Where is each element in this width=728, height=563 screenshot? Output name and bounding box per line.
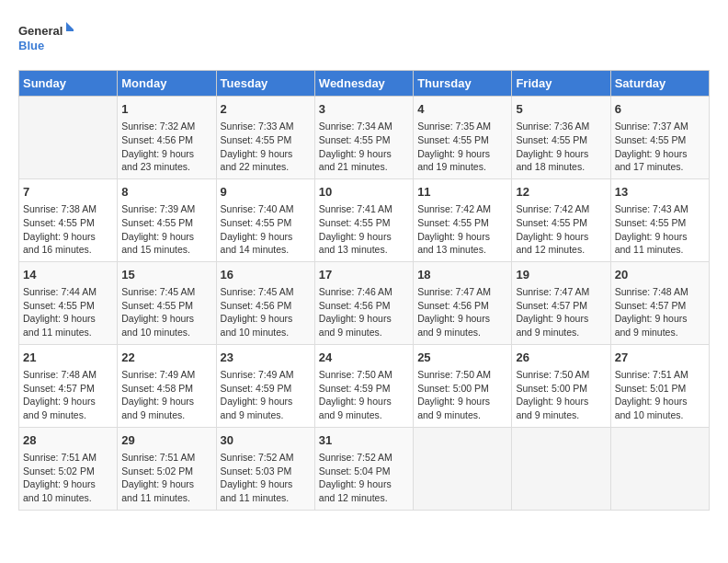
weekday-header-wednesday: Wednesday (314, 71, 413, 97)
calendar-cell: 29Sunrise: 7:51 AMSunset: 5:02 PMDayligh… (118, 427, 216, 510)
calendar-cell: 30Sunrise: 7:52 AMSunset: 5:03 PMDayligh… (216, 427, 314, 510)
calendar-cell: 24Sunrise: 7:50 AMSunset: 4:59 PMDayligh… (314, 344, 413, 427)
calendar-cell: 18Sunrise: 7:47 AMSunset: 4:56 PMDayligh… (414, 261, 512, 344)
day-number: 5 (516, 101, 606, 118)
calendar-cell: 16Sunrise: 7:45 AMSunset: 4:56 PMDayligh… (216, 261, 314, 344)
calendar-cell: 4Sunrise: 7:35 AMSunset: 4:55 PMDaylight… (414, 97, 512, 179)
day-info: Sunrise: 7:52 AMSunset: 5:04 PMDaylight:… (319, 452, 392, 503)
day-info: Sunrise: 7:38 AMSunset: 4:55 PMDaylight:… (23, 203, 97, 255)
calendar-cell: 7Sunrise: 7:38 AMSunset: 4:55 PMDaylight… (19, 178, 118, 261)
calendar-week-row: 7Sunrise: 7:38 AMSunset: 4:55 PMDaylight… (19, 178, 710, 261)
day-info: Sunrise: 7:42 AMSunset: 4:55 PMDaylight:… (417, 203, 491, 255)
calendar-cell (19, 97, 118, 179)
day-info: Sunrise: 7:37 AMSunset: 4:55 PMDaylight:… (615, 121, 688, 172)
day-number: 14 (23, 267, 113, 283)
day-info: Sunrise: 7:46 AMSunset: 4:56 PMDaylight:… (319, 286, 392, 338)
day-number: 6 (615, 101, 705, 118)
calendar-cell: 20Sunrise: 7:48 AMSunset: 4:57 PMDayligh… (610, 261, 709, 344)
day-info: Sunrise: 7:40 AMSunset: 4:55 PMDaylight:… (221, 203, 294, 255)
day-info: Sunrise: 7:35 AMSunset: 4:55 PMDaylight:… (417, 121, 491, 172)
page-header: General Blue (18, 18, 710, 55)
day-number: 22 (121, 350, 211, 366)
calendar-cell: 8Sunrise: 7:39 AMSunset: 4:55 PMDaylight… (118, 178, 216, 261)
calendar-cell: 10Sunrise: 7:41 AMSunset: 4:55 PMDayligh… (314, 178, 413, 261)
day-info: Sunrise: 7:50 AMSunset: 5:00 PMDaylight:… (417, 369, 491, 420)
calendar-cell (414, 427, 512, 510)
day-info: Sunrise: 7:49 AMSunset: 4:58 PMDaylight:… (121, 369, 195, 420)
day-number: 11 (417, 184, 507, 201)
calendar-cell: 23Sunrise: 7:49 AMSunset: 4:59 PMDayligh… (216, 344, 314, 427)
calendar-cell: 6Sunrise: 7:37 AMSunset: 4:55 PMDaylight… (610, 97, 709, 179)
day-number: 3 (319, 101, 409, 118)
day-number: 24 (319, 350, 409, 366)
weekday-header-tuesday: Tuesday (216, 71, 314, 97)
logo: General Blue (18, 18, 74, 55)
day-info: Sunrise: 7:34 AMSunset: 4:55 PMDaylight:… (319, 121, 392, 172)
logo-svg: General Blue (18, 18, 74, 55)
day-info: Sunrise: 7:50 AMSunset: 5:00 PMDaylight:… (516, 369, 589, 420)
day-info: Sunrise: 7:52 AMSunset: 5:03 PMDaylight:… (221, 452, 294, 503)
day-number: 7 (23, 184, 113, 201)
day-number: 8 (121, 184, 211, 201)
calendar-cell: 25Sunrise: 7:50 AMSunset: 5:00 PMDayligh… (414, 344, 512, 427)
day-number: 27 (615, 350, 705, 366)
day-number: 20 (615, 267, 705, 283)
day-info: Sunrise: 7:50 AMSunset: 4:59 PMDaylight:… (319, 369, 392, 420)
day-info: Sunrise: 7:44 AMSunset: 4:55 PMDaylight:… (23, 286, 97, 338)
day-info: Sunrise: 7:51 AMSunset: 5:02 PMDaylight:… (121, 452, 195, 503)
calendar-cell: 17Sunrise: 7:46 AMSunset: 4:56 PMDayligh… (314, 261, 413, 344)
day-info: Sunrise: 7:42 AMSunset: 4:55 PMDaylight:… (516, 203, 589, 255)
day-info: Sunrise: 7:51 AMSunset: 5:02 PMDaylight:… (23, 452, 97, 503)
svg-text:Blue: Blue (18, 39, 44, 52)
day-info: Sunrise: 7:47 AMSunset: 4:57 PMDaylight:… (516, 286, 589, 338)
weekday-header-sunday: Sunday (19, 71, 118, 97)
day-number: 30 (221, 432, 311, 449)
day-info: Sunrise: 7:43 AMSunset: 4:55 PMDaylight:… (615, 203, 688, 255)
weekday-header-saturday: Saturday (610, 71, 709, 97)
calendar-cell: 21Sunrise: 7:48 AMSunset: 4:57 PMDayligh… (19, 344, 118, 427)
day-info: Sunrise: 7:47 AMSunset: 4:56 PMDaylight:… (417, 286, 491, 338)
calendar-cell: 15Sunrise: 7:45 AMSunset: 4:55 PMDayligh… (118, 261, 216, 344)
day-number: 2 (221, 101, 311, 118)
calendar-week-row: 1Sunrise: 7:32 AMSunset: 4:56 PMDaylight… (19, 97, 710, 179)
day-number: 28 (23, 432, 113, 449)
day-info: Sunrise: 7:41 AMSunset: 4:55 PMDaylight:… (319, 203, 392, 255)
day-number: 23 (221, 350, 311, 366)
day-number: 13 (615, 184, 705, 201)
day-info: Sunrise: 7:45 AMSunset: 4:56 PMDaylight:… (221, 286, 294, 338)
day-number: 25 (417, 350, 507, 366)
day-number: 4 (417, 101, 507, 118)
day-number: 15 (121, 267, 211, 283)
calendar-table: SundayMondayTuesdayWednesdayThursdayFrid… (18, 70, 710, 511)
calendar-cell: 19Sunrise: 7:47 AMSunset: 4:57 PMDayligh… (512, 261, 610, 344)
calendar-cell: 11Sunrise: 7:42 AMSunset: 4:55 PMDayligh… (414, 178, 512, 261)
day-number: 21 (23, 350, 113, 366)
day-number: 9 (221, 184, 311, 201)
calendar-week-row: 14Sunrise: 7:44 AMSunset: 4:55 PMDayligh… (19, 261, 710, 344)
calendar-cell: 22Sunrise: 7:49 AMSunset: 4:58 PMDayligh… (118, 344, 216, 427)
day-info: Sunrise: 7:39 AMSunset: 4:55 PMDaylight:… (121, 203, 195, 255)
calendar-cell: 26Sunrise: 7:50 AMSunset: 5:00 PMDayligh… (512, 344, 610, 427)
calendar-cell: 12Sunrise: 7:42 AMSunset: 4:55 PMDayligh… (512, 178, 610, 261)
day-number: 18 (417, 267, 507, 283)
calendar-cell (610, 427, 709, 510)
calendar-cell: 14Sunrise: 7:44 AMSunset: 4:55 PMDayligh… (19, 261, 118, 344)
calendar-cell: 2Sunrise: 7:33 AMSunset: 4:55 PMDaylight… (216, 97, 314, 179)
day-number: 17 (319, 267, 409, 283)
day-number: 19 (516, 267, 606, 283)
calendar-cell: 9Sunrise: 7:40 AMSunset: 4:55 PMDaylight… (216, 178, 314, 261)
calendar-week-row: 21Sunrise: 7:48 AMSunset: 4:57 PMDayligh… (19, 344, 710, 427)
calendar-cell (512, 427, 610, 510)
weekday-header-monday: Monday (118, 71, 216, 97)
day-info: Sunrise: 7:32 AMSunset: 4:56 PMDaylight:… (121, 121, 195, 172)
day-info: Sunrise: 7:48 AMSunset: 4:57 PMDaylight:… (615, 286, 688, 338)
day-info: Sunrise: 7:33 AMSunset: 4:55 PMDaylight:… (221, 121, 294, 172)
day-info: Sunrise: 7:36 AMSunset: 4:55 PMDaylight:… (516, 121, 589, 172)
calendar-cell: 28Sunrise: 7:51 AMSunset: 5:02 PMDayligh… (19, 427, 118, 510)
weekday-header-thursday: Thursday (414, 71, 512, 97)
day-info: Sunrise: 7:51 AMSunset: 5:01 PMDaylight:… (615, 369, 688, 420)
day-info: Sunrise: 7:45 AMSunset: 4:55 PMDaylight:… (121, 286, 195, 338)
day-number: 1 (121, 101, 211, 118)
day-number: 16 (221, 267, 311, 283)
day-info: Sunrise: 7:48 AMSunset: 4:57 PMDaylight:… (23, 369, 97, 420)
